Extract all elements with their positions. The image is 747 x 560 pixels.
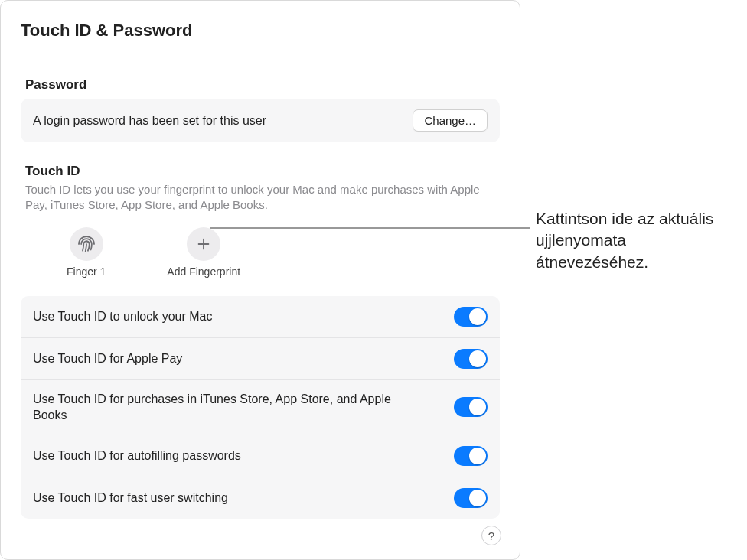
content-area: Password A login password has been set f… bbox=[1, 48, 520, 526]
toggle-switch-apple-pay[interactable] bbox=[454, 349, 488, 369]
toggle-label: Use Touch ID for purchases in iTunes Sto… bbox=[33, 391, 400, 424]
help-button[interactable]: ? bbox=[481, 526, 501, 545]
password-status-text: A login password has been set for this u… bbox=[33, 114, 266, 128]
toggle-row-fast-user-switching: Use Touch ID for fast user switching bbox=[21, 477, 500, 519]
annotation-callout: Kattintson ide az aktuális ujjlenyomata … bbox=[536, 208, 742, 273]
toggle-switch-purchases[interactable] bbox=[454, 397, 488, 417]
settings-panel: Touch ID & Password Password A login pas… bbox=[0, 0, 520, 560]
toggle-label: Use Touch ID to unlock your Mac bbox=[33, 308, 212, 325]
change-password-button[interactable]: Change… bbox=[413, 109, 488, 132]
toggle-switch-fast-user-switching[interactable] bbox=[454, 488, 488, 508]
toggle-row-autofill: Use Touch ID for autofilling passwords bbox=[21, 435, 500, 477]
toggle-switch-unlock-mac[interactable] bbox=[454, 307, 488, 327]
toggle-label: Use Touch ID for fast user switching bbox=[33, 490, 228, 506]
fingerprint-item-finger1[interactable]: Finger 1 bbox=[67, 227, 106, 278]
fingerprint-label[interactable]: Finger 1 bbox=[67, 265, 106, 278]
password-card: A login password has been set for this u… bbox=[21, 99, 500, 142]
fingerprint-icon[interactable] bbox=[70, 227, 103, 261]
password-heading: Password bbox=[25, 77, 495, 93]
toggle-row-unlock-mac: Use Touch ID to unlock your Mac bbox=[21, 296, 500, 338]
toggle-list: Use Touch ID to unlock your Mac Use Touc… bbox=[21, 296, 500, 519]
fingerprint-row: Finger 1 Add Fingerprint bbox=[67, 227, 495, 278]
toggle-row-purchases: Use Touch ID for purchases in iTunes Sto… bbox=[21, 380, 500, 435]
plus-icon[interactable] bbox=[187, 227, 220, 261]
add-fingerprint-item[interactable]: Add Fingerprint bbox=[167, 227, 240, 278]
touchid-heading: Touch ID bbox=[25, 164, 495, 179]
toggle-row-apple-pay: Use Touch ID for Apple Pay bbox=[21, 338, 500, 380]
toggle-label: Use Touch ID for autofilling passwords bbox=[33, 448, 241, 464]
touchid-description: Touch ID lets you use your fingerprint t… bbox=[25, 182, 495, 213]
page-title: Touch ID & Password bbox=[1, 1, 520, 48]
add-fingerprint-label[interactable]: Add Fingerprint bbox=[167, 265, 240, 278]
toggle-label: Use Touch ID for Apple Pay bbox=[33, 350, 182, 367]
toggle-switch-autofill[interactable] bbox=[454, 446, 488, 466]
